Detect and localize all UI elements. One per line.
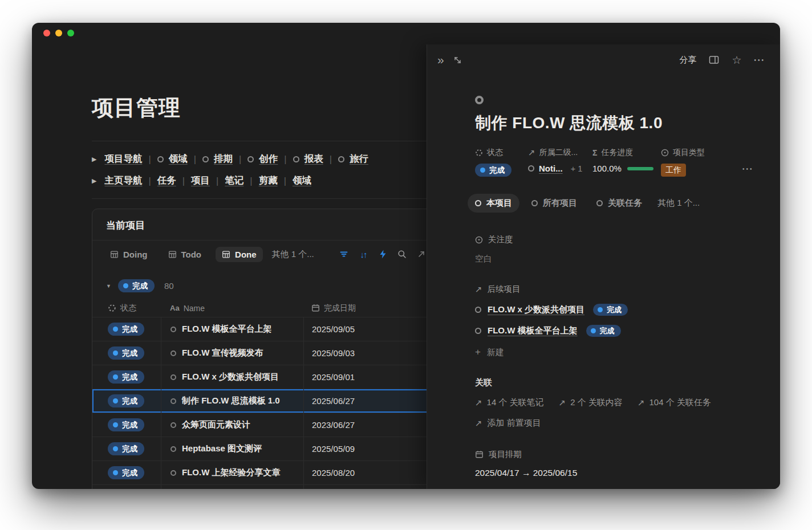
new-followup-button[interactable]: + 新建 (475, 346, 763, 358)
nav-link[interactable]: 笔记 (225, 174, 243, 187)
focus-empty-value[interactable]: 空白 (475, 254, 763, 264)
nav-link[interactable]: 领域 (293, 174, 311, 187)
view-tab-done[interactable]: Done (216, 247, 263, 262)
row-title[interactable]: FLO.W 模板全平台上架 (182, 324, 272, 335)
tab-all-projects[interactable]: 所有项目 (524, 194, 584, 213)
row-title[interactable]: FLO.W x 少数派共创项目 (182, 372, 279, 382)
link-label: 104 个 关联任务 (649, 397, 710, 408)
status-badge[interactable]: 完成 (108, 346, 144, 360)
column-label: Name (184, 304, 205, 313)
row-title[interactable]: 制作 FLO.W 思流模板 1.0 (182, 396, 280, 406)
group-status-badge[interactable]: 完成 (118, 279, 155, 292)
page-ring-icon (170, 374, 176, 380)
followups-label-row[interactable]: ↗ 后续项目 (475, 284, 763, 295)
row-title[interactable]: Heptabase 图文测评 (182, 443, 262, 454)
followup-item[interactable]: FLO.W x 少数派共创项目 完成 (475, 304, 763, 316)
table-row[interactable]: 完成 Heptabase 图文测评 2025/05/09 (92, 437, 460, 461)
followup-item[interactable]: FLO.W 模板全平台上架 完成 (475, 325, 763, 337)
property-progress[interactable]: Σ 任务进度 100.0% (592, 148, 661, 173)
followup-page-link[interactable]: FLO.W x 少数派共创项目 (488, 304, 584, 315)
automation-lightning-icon[interactable] (377, 249, 388, 259)
type-tag[interactable]: 工作 (661, 164, 686, 177)
schedule-date-range[interactable]: 2025/04/17 → 2025/06/15 (475, 468, 763, 478)
new-label: 新建 (487, 347, 504, 358)
table-row[interactable]: 完成 FLO.W 模板全平台上架 2025/09/05 (92, 317, 460, 341)
search-icon[interactable] (397, 249, 407, 259)
nav-link[interactable]: 创作 (259, 153, 278, 165)
table-row[interactable]: 完成 FLO.W x 少数派共创项目 2025/09/01 (92, 365, 460, 389)
expand-database-icon[interactable] (416, 249, 427, 259)
minimize-window-button[interactable] (55, 30, 62, 36)
relation-page-link[interactable]: Noti... (539, 164, 563, 173)
status-badge[interactable]: 完成 (475, 164, 511, 177)
related-tasks-link[interactable]: ↗ 104 个 关联任务 (638, 397, 711, 408)
nav-link-project-nav[interactable]: 项目导航 (104, 153, 142, 165)
focus-label-row[interactable]: 关注度 (475, 234, 763, 245)
side-peek-layout-icon[interactable] (709, 55, 719, 64)
row-title[interactable]: 众筹页面元素设计 (182, 419, 250, 430)
related-content-link[interactable]: ↗ 2 个 关联内容 (559, 397, 623, 408)
page-ring-icon (157, 156, 164, 162)
close-window-button[interactable] (43, 30, 50, 36)
sort-icon[interactable]: ↓↑ (358, 249, 368, 259)
column-label: 完成日期 (324, 303, 356, 313)
nav-link[interactable]: 领域 (169, 153, 188, 165)
view-tab-doing[interactable]: Doing (104, 247, 154, 262)
zoom-window-button[interactable] (67, 30, 74, 36)
view-tab-label: Done (235, 250, 257, 259)
more-tabs-button[interactable]: 其他 1 个... (657, 198, 700, 209)
tab-related-tasks[interactable]: 关联任务 (589, 194, 649, 213)
table-row[interactable]: 完成 FLO.W 上架经验分享文章 2025/08/20 (92, 461, 460, 485)
property-parent-relation[interactable]: ↗ 所属二级... Noti... + 1 (528, 148, 592, 173)
property-status[interactable]: 状态 完成 (475, 148, 528, 177)
row-title[interactable]: FLO.W 上架经验分享文章 (182, 467, 281, 478)
followup-page-link[interactable]: FLO.W 模板全平台上架 (488, 325, 578, 336)
schedule-label-row[interactable]: 项目排期 (475, 449, 763, 460)
page-ring-icon (596, 200, 603, 206)
table-view-icon (110, 250, 119, 259)
database-view-tabs: Doing Todo Done 其他 1 个... ↓↑ (92, 240, 460, 268)
more-properties-icon[interactable]: ••• (742, 166, 754, 172)
more-options-icon[interactable]: ••• (754, 57, 765, 63)
nav-link[interactable]: 剪藏 (259, 174, 278, 187)
related-notes-link[interactable]: ↗ 14 个 关联笔记 (475, 397, 544, 408)
status-badge[interactable]: 完成 (108, 394, 144, 407)
view-tab-todo[interactable]: Todo (162, 247, 208, 262)
page-ring-icon-large[interactable] (475, 96, 484, 104)
status-badge[interactable]: 完成 (108, 418, 144, 431)
status-badge[interactable]: 完成 (108, 442, 144, 455)
peek-tabs: 本项目 所有项目 关联任务 其他 1 个... (468, 194, 763, 213)
nav-link-home-nav[interactable]: 主页导航 (104, 174, 142, 187)
status-spinner-icon (108, 304, 116, 312)
nav-link[interactable]: 报表 (304, 153, 323, 165)
table-row[interactable]: 完成 众筹页面元素设计 2023/06/27 (92, 413, 460, 437)
toggle-triangle-icon[interactable]: ▶ (92, 177, 96, 185)
column-header-status[interactable]: 状态 (92, 303, 161, 313)
filter-icon[interactable] (339, 249, 349, 259)
status-badge[interactable]: 完成 (108, 370, 144, 384)
share-button[interactable]: 分享 (679, 55, 696, 66)
property-type[interactable]: 项目类型 工作 (661, 148, 726, 177)
nav-link[interactable]: 排期 (214, 153, 233, 165)
calendar-icon (475, 450, 484, 459)
nav-link[interactable]: 旅行 (350, 153, 368, 165)
more-views-button[interactable]: 其他 1 个... (272, 249, 314, 260)
add-predecessor-button[interactable]: ↗ 添加 前置项目 (475, 418, 763, 429)
nav-link[interactable]: 项目 (191, 174, 210, 187)
row-title[interactable]: FLO.W 宣传视频发布 (182, 348, 263, 358)
table-row[interactable]: 完成 FLO.W 宣传视频发布 2025/09/03 (92, 341, 460, 365)
collapse-group-icon[interactable]: ▼ (106, 283, 111, 289)
status-label: 完成 (600, 326, 615, 336)
status-badge[interactable]: 完成 (108, 323, 144, 336)
nav-link[interactable]: 任务 (157, 174, 176, 187)
peek-page-title[interactable]: 制作 FLO.W 思流模板 1.0 (475, 112, 763, 134)
favorite-star-icon[interactable]: ☆ (732, 54, 741, 67)
status-badge[interactable]: 完成 (108, 466, 144, 479)
tab-this-project[interactable]: 本项目 (468, 194, 519, 213)
column-header-name[interactable]: Aa Name (161, 304, 303, 313)
expand-page-icon[interactable] (453, 56, 462, 64)
table-header-row: 状态 Aa Name 完成日期 (92, 299, 460, 317)
table-row-selected[interactable]: 完成 制作 FLO.W 思流模板 1.0 2025/06/27 (92, 389, 460, 413)
close-peek-icon[interactable]: » (437, 55, 444, 65)
toggle-triangle-icon[interactable]: ▶ (92, 156, 96, 163)
